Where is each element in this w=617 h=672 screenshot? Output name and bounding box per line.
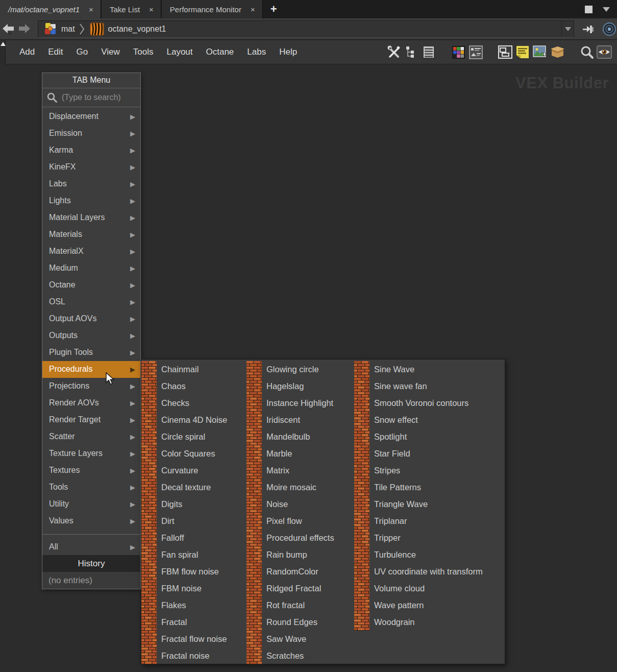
submenu-item-mandelbulb[interactable]: Mandelbulb: [246, 428, 354, 445]
forward-button[interactable]: [16, 21, 33, 37]
tab-menu-item-scatter[interactable]: Scatter▶: [42, 428, 140, 445]
tab-menu-item-material-layers[interactable]: Material Layers▶: [42, 209, 140, 226]
submenu-item-rain-bump[interactable]: Rain bump: [246, 546, 354, 563]
eye-button[interactable]: [596, 43, 613, 61]
tab-menu-item-outputs[interactable]: Outputs▶: [42, 327, 140, 344]
submenu-item-pixel-flow[interactable]: Pixel flow: [246, 513, 354, 530]
menu-go[interactable]: Go: [70, 40, 95, 64]
back-button[interactable]: [0, 21, 16, 37]
submenu-item-wave-pattern[interactable]: Wave pattern: [354, 597, 504, 614]
submenu-item-rot-fractal[interactable]: Rot fractal: [246, 597, 354, 614]
submenu-item-glowing-circle[interactable]: Glowing circle: [246, 361, 354, 378]
tools-button[interactable]: [385, 43, 403, 61]
palette-button[interactable]: [450, 43, 467, 61]
submenu-item-checks[interactable]: Checks: [141, 395, 246, 412]
submenu-item-fbm-flow-noise[interactable]: FBM flow noise: [141, 563, 246, 580]
submenu-item-volume-cloud[interactable]: Volume cloud: [354, 580, 504, 597]
submenu-item-hagelslag[interactable]: Hagelslag: [246, 378, 354, 395]
submenu-item-decal-texture[interactable]: Decal texture: [141, 479, 246, 496]
submenu-item-marble[interactable]: Marble: [246, 445, 354, 462]
submenu-item-cinema-4d-noise[interactable]: Cinema 4D Noise: [141, 412, 246, 428]
submenu-item-woodgrain[interactable]: Woodgrain: [354, 614, 504, 631]
submenu-item-fractal-noise[interactable]: Fractal noise: [141, 647, 246, 664]
submenu-item-sine-wave[interactable]: Sine Wave: [354, 361, 504, 378]
tab-menu-item-tools[interactable]: Tools▶: [42, 479, 140, 496]
tab-menu-item-output-aovs[interactable]: Output AOVs▶: [42, 310, 140, 327]
menu-labs[interactable]: Labs: [240, 40, 273, 64]
submenu-item-noise[interactable]: Noise: [246, 496, 354, 513]
submenu-item-circle-spiral[interactable]: Circle spiral: [141, 428, 246, 445]
grid-layout-button[interactable]: [467, 43, 484, 61]
tree-view-button[interactable]: [403, 43, 420, 61]
submenu-item-snow-effect[interactable]: Snow effect: [354, 412, 504, 428]
tab-close-icon[interactable]: ×: [87, 5, 95, 14]
tab-menu-item-labs[interactable]: Labs▶: [42, 176, 140, 193]
tab-menu-item-osl[interactable]: OSL▶: [42, 294, 140, 310]
list-view-button[interactable]: [420, 43, 437, 61]
submenu-item-smooth-voronoi-contours[interactable]: Smooth Voronoi contours: [354, 395, 504, 412]
path-dropdown-button[interactable]: [561, 21, 574, 37]
breadcrumb-item[interactable]: mat: [40, 22, 78, 36]
tab-menu-item-utility[interactable]: Utility▶: [42, 496, 140, 513]
submenu-item-uv-coordinate-with-transform[interactable]: UV coordinate with transform: [354, 563, 504, 580]
menu-help[interactable]: Help: [273, 40, 304, 64]
tab-menu-item-procedurals[interactable]: Procedurals▶: [42, 361, 140, 378]
tab-close-icon[interactable]: ×: [249, 5, 257, 14]
tab-menu-item-displacement[interactable]: Displacement▶: [42, 108, 140, 125]
tab-menu-item-octane[interactable]: Octane▶: [42, 277, 140, 294]
tab-menu-item-medium[interactable]: Medium▶: [42, 260, 140, 277]
submenu-item-round-edges[interactable]: Round Edges: [246, 614, 354, 631]
tab-menu-item-materials[interactable]: Materials▶: [42, 226, 140, 243]
pane-menu-caret-icon[interactable]: [603, 7, 610, 12]
submenu-item-sine-wave-fan[interactable]: Sine wave fan: [354, 378, 504, 395]
submenu-item-fan-spiral[interactable]: Fan spiral: [141, 546, 246, 563]
submenu-item-randomcolor[interactable]: RandomColor: [246, 563, 354, 580]
pane-tab[interactable]: /mat/octane_vopnet1×: [0, 0, 102, 18]
tab-menu-item-textures[interactable]: Textures▶: [42, 462, 140, 479]
menu-layout[interactable]: Layout: [160, 40, 199, 64]
submenu-item-turbulence[interactable]: Turbulence: [354, 546, 504, 563]
submenu-item-ridged-fractal[interactable]: Ridged Fractal: [246, 580, 354, 597]
tab-menu-item-karma[interactable]: Karma▶: [42, 142, 140, 159]
submenu-item-triangle-wave[interactable]: Triangle Wave: [354, 496, 504, 513]
submenu-item-color-squares[interactable]: Color Squares: [141, 445, 246, 462]
submenu-item-iridiscent[interactable]: Iridiscent: [246, 412, 354, 428]
pane-tab[interactable]: Performance Monitor×: [162, 0, 263, 18]
submenu-item-triplanar[interactable]: Triplanar: [354, 513, 504, 530]
pane-tab[interactable]: Take List×: [102, 0, 162, 18]
add-image-button[interactable]: [531, 43, 549, 61]
tab-menu-item-render-aovs[interactable]: Render AOVs▶: [42, 395, 140, 412]
tab-menu-item-materialx[interactable]: MaterialX▶: [42, 243, 140, 260]
tab-menu-item-emission[interactable]: Emission▶: [42, 125, 140, 142]
tab-menu-item-lights[interactable]: Lights▶: [42, 193, 140, 209]
tab-menu-item-render-target[interactable]: Render Target▶: [42, 412, 140, 428]
submenu-item-flakes[interactable]: Flakes: [141, 597, 246, 614]
submenu-item-star-field[interactable]: Star Field: [354, 445, 504, 462]
menu-view[interactable]: View: [94, 40, 127, 64]
tab-menu-item-all[interactable]: All ▶: [42, 539, 140, 556]
submenu-item-fractal-flow-noise[interactable]: Fractal flow noise: [141, 631, 246, 647]
submenu-item-falloff[interactable]: Falloff: [141, 530, 246, 546]
search-input[interactable]: [62, 93, 136, 102]
tab-menu-item-values[interactable]: Values▶: [42, 513, 140, 530]
submenu-item-curvature[interactable]: Curvature: [141, 462, 246, 479]
submenu-item-saw-wave[interactable]: Saw Wave: [246, 631, 354, 647]
submenu-item-scratches[interactable]: Scratches: [246, 647, 354, 664]
pin-icon[interactable]: [581, 22, 596, 36]
menu-octane[interactable]: Octane: [200, 40, 241, 64]
tab-menu-item-plugin-tools[interactable]: Plugin Tools▶: [42, 344, 140, 361]
tab-menu-item-projections[interactable]: Projections▶: [42, 378, 140, 395]
menu-add[interactable]: Add: [13, 40, 41, 64]
breadcrumb-item[interactable]: octane_vopnet1: [86, 21, 169, 37]
submenu-item-stripes[interactable]: Stripes: [354, 462, 504, 479]
submenu-item-spotlight[interactable]: Spotlight: [354, 428, 504, 445]
search-button[interactable]: [578, 43, 596, 61]
submenu-item-tile-patterns[interactable]: Tile Patterns: [354, 479, 504, 496]
tab-menu-item-kinefx[interactable]: KineFX▶: [42, 159, 140, 176]
radial-menu-icon[interactable]: [602, 21, 617, 37]
package-button[interactable]: [549, 43, 566, 61]
menu-edit[interactable]: Edit: [41, 40, 69, 64]
menubar-collapse-strip[interactable]: [0, 40, 6, 64]
tab-menu-item-texture-layers[interactable]: Texture Layers▶: [42, 445, 140, 462]
submenu-item-digits[interactable]: Digits: [141, 496, 246, 513]
